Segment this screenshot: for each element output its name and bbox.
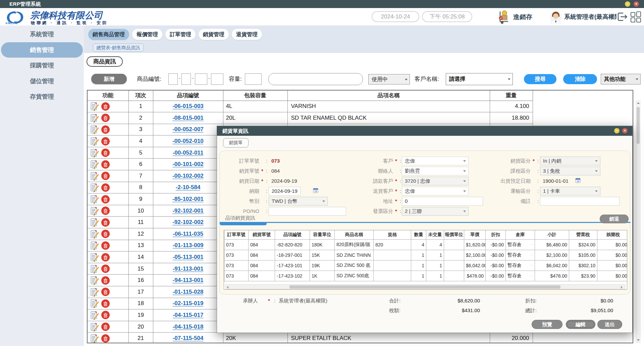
- search-button[interactable]: 搜尋: [524, 74, 556, 84]
- delete-row-icon[interactable]: [101, 125, 110, 134]
- edit-row-icon[interactable]: [90, 322, 99, 332]
- form-select[interactable]: 劉燕霓: [402, 167, 469, 175]
- item-code-link[interactable]: -04-115-017: [173, 312, 204, 318]
- item-code-link[interactable]: -05-113-001: [173, 254, 204, 260]
- form-select[interactable]: 1 | 卡車: [540, 187, 600, 195]
- edit-row-icon[interactable]: [90, 287, 99, 297]
- delete-row-icon[interactable]: [101, 160, 110, 169]
- item-code-link[interactable]: -00-102-002: [172, 173, 204, 179]
- grid-scroll-thumb[interactable]: [289, 285, 560, 289]
- inventory-module-icon[interactable]: [497, 10, 511, 24]
- form-select[interactable]: 忠偉: [402, 187, 469, 195]
- item-code-link[interactable]: -00-101-002: [172, 161, 204, 167]
- delete-row-icon[interactable]: [101, 102, 110, 111]
- item-code-link[interactable]: -00-052-010: [172, 138, 204, 144]
- form-select[interactable]: TWD | 台幣: [269, 197, 328, 206]
- user-name[interactable]: 系統管理者(最高權限): [564, 13, 616, 21]
- item-code-link[interactable]: -08-015-001: [172, 115, 204, 121]
- edit-row-icon[interactable]: [90, 183, 99, 192]
- edit-row-icon[interactable]: [90, 148, 99, 158]
- calendar-icon[interactable]: 15: [575, 178, 581, 183]
- edit-row-icon[interactable]: [90, 310, 99, 320]
- scroll-thumb[interactable]: [637, 107, 640, 144]
- delete-row-icon[interactable]: [101, 206, 110, 215]
- edit-row-icon[interactable]: [90, 206, 99, 216]
- capacity-input[interactable]: [245, 73, 262, 85]
- form-input[interactable]: [540, 197, 620, 206]
- form-input[interactable]: 0: [402, 197, 483, 206]
- module-label[interactable]: 進銷存: [513, 13, 532, 21]
- sidebar-item[interactable]: 儲位管理: [0, 73, 84, 89]
- tab-item[interactable]: 銷貨管理: [199, 29, 229, 40]
- item-code-link[interactable]: -01-115-028: [173, 289, 204, 295]
- form-select[interactable]: 2 | 三聯: [402, 207, 469, 216]
- delete-row-icon[interactable]: [101, 148, 110, 157]
- tab-active[interactable]: 銷售商品管理: [88, 29, 129, 40]
- status-select[interactable]: 使用中: [368, 74, 410, 84]
- delete-row-icon[interactable]: [101, 241, 110, 250]
- sales-return-button[interactable]: 銷退: [600, 215, 629, 223]
- delete-row-icon[interactable]: [101, 334, 110, 343]
- delete-row-icon[interactable]: [101, 218, 110, 227]
- item-code-link[interactable]: -2-10-584: [176, 184, 201, 190]
- edit-row-icon[interactable]: [90, 299, 99, 308]
- delete-row-icon[interactable]: [101, 310, 110, 320]
- date-input[interactable]: 2024-09-19: [269, 187, 301, 195]
- item-code-link[interactable]: -01-113-009: [173, 242, 204, 248]
- item-code-link[interactable]: -06-015-003: [172, 103, 204, 109]
- grid-horizontal-scrollbar[interactable]: [225, 284, 625, 289]
- edit-button[interactable]: 編輯: [566, 320, 595, 329]
- edit-row-icon[interactable]: [90, 334, 99, 343]
- delete-row-icon[interactable]: [101, 299, 110, 308]
- form-select[interactable]: In | 內銷: [540, 157, 600, 165]
- code-segment-input-3[interactable]: [195, 73, 207, 85]
- edit-row-icon[interactable]: [90, 276, 99, 285]
- code-segment-input-2[interactable]: [181, 73, 191, 85]
- modal-close-icon[interactable]: ×: [622, 128, 628, 133]
- sales-order-tab[interactable]: 銷貨單: [223, 138, 249, 148]
- tab-item[interactable]: 訂單管理: [165, 29, 196, 40]
- sidebar-item[interactable]: 系統管理: [0, 26, 84, 42]
- apps-grid-icon[interactable]: [630, 11, 642, 23]
- edit-row-icon[interactable]: [90, 194, 99, 204]
- delete-row-icon[interactable]: [101, 276, 110, 285]
- add-button[interactable]: 新增: [91, 74, 127, 84]
- clear-button[interactable]: 清除: [563, 74, 597, 84]
- delete-row-icon[interactable]: [101, 183, 110, 192]
- edit-row-icon[interactable]: [90, 241, 99, 250]
- delete-row-icon[interactable]: [101, 195, 110, 204]
- edit-row-icon[interactable]: [90, 252, 99, 262]
- edit-row-icon[interactable]: [90, 218, 99, 227]
- edit-row-icon[interactable]: [90, 102, 99, 111]
- form-select[interactable]: 3720 | 忠偉: [402, 177, 469, 185]
- delete-row-icon[interactable]: [101, 322, 110, 331]
- scroll-right-icon[interactable]: [621, 286, 624, 289]
- sidebar-item[interactable]: 銷售管理: [1, 42, 83, 58]
- form-select[interactable]: 3 | 免稅: [540, 167, 600, 175]
- item-code-link[interactable]: -00-052-007: [172, 126, 204, 132]
- edit-row-icon[interactable]: [90, 264, 99, 274]
- product-info-button[interactable]: 商品資訊: [87, 56, 123, 67]
- item-code-link[interactable]: -85-102-001: [172, 196, 204, 202]
- keyword-input[interactable]: [268, 73, 363, 85]
- scroll-left-icon[interactable]: [227, 286, 228, 289]
- code-segment-input-1[interactable]: [168, 73, 178, 85]
- vertical-scrollbar[interactable]: [636, 101, 640, 343]
- edit-row-icon[interactable]: [90, 125, 99, 134]
- scroll-down-icon[interactable]: [637, 339, 640, 341]
- logout-icon[interactable]: [617, 12, 628, 22]
- window-close-icon[interactable]: ×: [634, 1, 639, 7]
- preview-button[interactable]: 預覽: [532, 320, 562, 329]
- sidebar-item[interactable]: 採購管理: [0, 58, 84, 73]
- item-code-link[interactable]: -91-113-001: [173, 266, 204, 272]
- scroll-up-icon[interactable]: [637, 102, 640, 104]
- code-segment-input-4[interactable]: [211, 73, 223, 85]
- user-avatar[interactable]: [549, 11, 562, 23]
- item-code-link[interactable]: -07-115-504: [173, 335, 204, 341]
- submit-button[interactable]: 送出: [597, 320, 622, 329]
- delete-row-icon[interactable]: [101, 253, 110, 262]
- delete-row-icon[interactable]: [101, 113, 110, 122]
- form-select[interactable]: 忠偉: [402, 157, 469, 165]
- delete-row-icon[interactable]: [101, 171, 110, 180]
- edit-row-icon[interactable]: [90, 136, 99, 146]
